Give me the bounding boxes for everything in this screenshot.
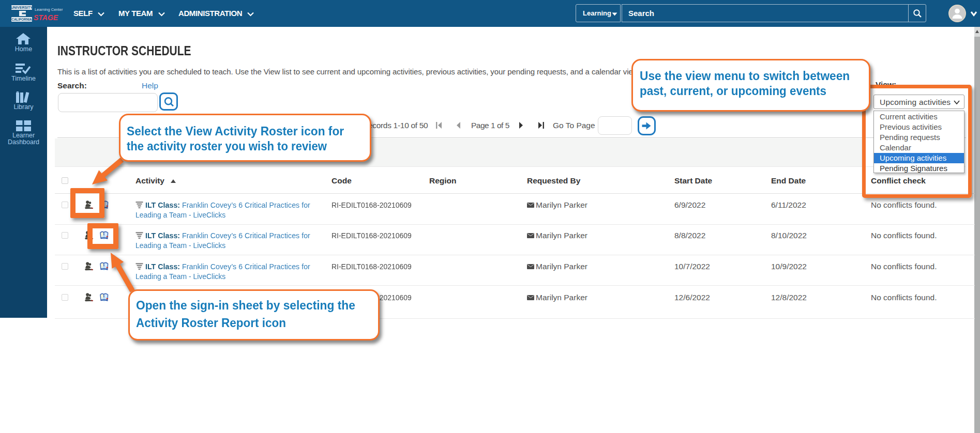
svg-text:UNIVERSITY: UNIVERSITY: [11, 6, 33, 9]
svg-text:CALIFORNIA: CALIFORNIA: [11, 18, 32, 21]
svg-text:Learning Center: Learning Center: [35, 7, 63, 12]
svg-text:STAGE: STAGE: [34, 13, 58, 22]
